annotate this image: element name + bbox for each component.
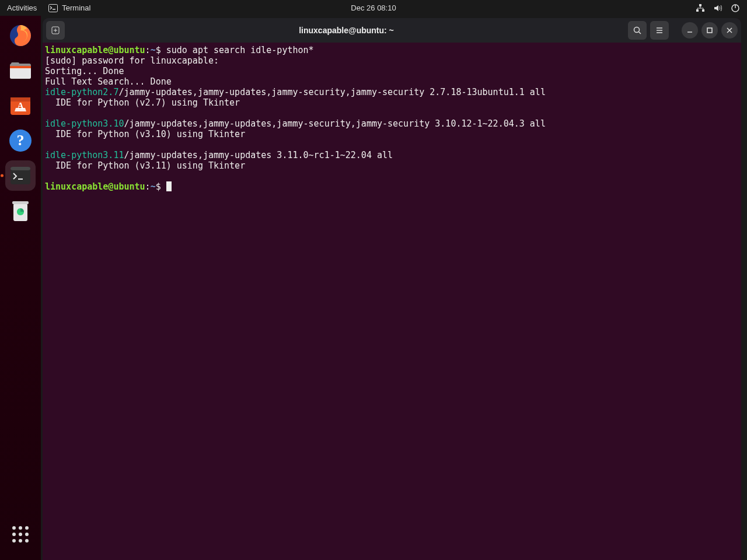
dock-help[interactable]: ? [5, 125, 36, 156]
new-tab-button[interactable] [46, 21, 65, 40]
dock-files[interactable] [5, 55, 36, 86]
prompt-path: ~ [151, 181, 156, 192]
power-icon[interactable] [731, 4, 740, 13]
package-meta: /jammy-updates,jammy-updates 3.11.0~rc1-… [124, 150, 393, 160]
svg-point-24 [12, 533, 16, 536]
dock-terminal[interactable] [5, 160, 36, 191]
dock-software[interactable]: A [5, 90, 36, 121]
app-menu-label: Terminal [62, 4, 90, 12]
terminal-app-icon [48, 4, 58, 13]
package-desc: IDE for Python (v3.11) using Tkinter [45, 160, 245, 171]
command-text: sudo apt search idle-python* [166, 45, 314, 55]
search-icon [633, 26, 642, 35]
package-name: idle-python3.11 [45, 150, 124, 160]
svg-point-29 [25, 539, 29, 542]
dock-firefox[interactable] [5, 20, 36, 51]
minimize-button[interactable] [682, 22, 698, 38]
prompt-dollar: $ [156, 181, 166, 192]
activities-button[interactable]: Activities [7, 4, 37, 12]
close-button[interactable] [721, 22, 738, 38]
svg-text:A: A [17, 101, 24, 111]
network-icon[interactable] [696, 4, 705, 13]
terminal-body[interactable]: linuxcapable@ubuntu:~$ sudo apt search i… [43, 43, 741, 560]
package-desc: IDE for Python (v2.7) using Tkinter [45, 97, 240, 108]
svg-point-27 [12, 539, 16, 542]
prompt-user: linuxcapable@ubuntu [45, 181, 145, 192]
window-title: linuxcapable@ubuntu: ~ [68, 26, 624, 35]
package-name: idle-python2.7 [45, 87, 118, 97]
package-desc: IDE for Python (v3.10) using Tkinter [45, 129, 245, 139]
prompt-user: linuxcapable@ubuntu [45, 45, 145, 55]
hamburger-icon [655, 26, 664, 35]
package-meta: /jammy-updates,jammy-updates,jammy-secur… [118, 87, 546, 97]
dock-trash[interactable] [5, 195, 36, 226]
svg-point-25 [19, 533, 22, 536]
output-line: [sudo] password for linuxcapable: [45, 55, 224, 66]
svg-rect-3 [702, 9, 704, 12]
svg-rect-1 [699, 4, 701, 6]
prompt-path: ~ [151, 45, 156, 55]
search-button[interactable] [628, 21, 647, 40]
svg-text:?: ? [17, 132, 25, 149]
svg-point-21 [12, 526, 16, 530]
output-line: Full Text Search... Done [45, 76, 172, 87]
svg-point-22 [19, 526, 22, 530]
maximize-button[interactable] [701, 22, 718, 38]
titlebar[interactable]: linuxcapable@ubuntu: ~ [43, 18, 741, 43]
svg-rect-10 [10, 66, 31, 68]
svg-point-28 [19, 539, 22, 542]
cursor [166, 181, 172, 191]
terminal-window: linuxcapable@ubuntu: ~ linuxcapable@ubun… [43, 18, 741, 560]
svg-point-26 [25, 533, 29, 536]
dock: A ? [0, 16, 41, 560]
package-meta: /jammy-updates,jammy-updates,jammy-secur… [124, 118, 545, 129]
svg-rect-9 [11, 62, 19, 66]
svg-point-33 [634, 27, 640, 33]
prompt-sep: : [145, 45, 151, 55]
menu-button[interactable] [650, 21, 669, 40]
dock-show-apps[interactable] [5, 519, 36, 550]
volume-icon[interactable] [713, 4, 722, 13]
svg-rect-2 [696, 9, 699, 12]
prompt-dollar: $ [156, 45, 166, 55]
svg-line-34 [639, 32, 641, 34]
svg-rect-0 [49, 4, 58, 12]
prompt-sep: : [145, 181, 151, 192]
package-name: idle-python3.10 [45, 118, 124, 129]
output-line: Sorting... Done [45, 66, 124, 76]
svg-rect-39 [707, 28, 712, 33]
app-menu[interactable]: Terminal [48, 4, 90, 13]
svg-point-23 [25, 526, 29, 530]
svg-rect-20 [12, 201, 29, 204]
clock[interactable]: Dec 26 08:10 [351, 4, 396, 12]
svg-rect-17 [11, 167, 30, 170]
top-panel: Activities Terminal Dec 26 08:10 [0, 0, 747, 16]
